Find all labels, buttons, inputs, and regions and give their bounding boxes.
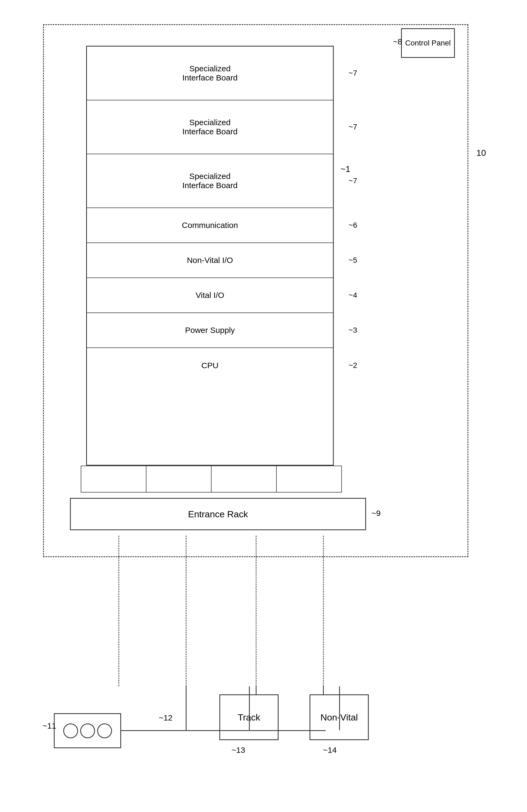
slot-sib2-label: SpecializedInterface Board <box>182 118 237 136</box>
ref-7c: ~7 <box>349 176 357 185</box>
vert-line-track <box>249 686 250 730</box>
ref-11: ~11 <box>43 721 56 730</box>
slot-sib3-label: SpecializedInterface Board <box>182 172 237 190</box>
ref-2: ~2 <box>349 361 357 370</box>
entrance-rack-label: Entrance Rack <box>188 509 248 520</box>
slot-cpu: CPU ~2 <box>87 348 333 383</box>
connector-cell-3 <box>211 466 277 492</box>
control-panel-label: Control Panel <box>405 38 451 48</box>
ref-9: ~9 <box>371 509 381 518</box>
slot-comm-label: Communication <box>182 221 238 230</box>
slot-vio-label: Vital I/O <box>196 291 224 300</box>
ref-8: ~8 <box>393 37 402 46</box>
coil-component <box>54 713 121 748</box>
connector-cell-4 <box>277 466 341 492</box>
slot-nvio-label: Non-Vital I/O <box>187 256 233 265</box>
ref-7b: ~7 <box>349 123 357 131</box>
control-panel-box: Control Panel <box>401 28 455 58</box>
ref-7a: ~7 <box>349 69 357 77</box>
vert-line-nonvital-connector <box>323 686 324 694</box>
ref-6: ~6 <box>349 221 357 230</box>
diagram-container: 10 Control Panel ~8 SpecializedInterface… <box>27 13 498 794</box>
slot-ps: Power Supply ~3 <box>87 313 333 348</box>
entrance-rack-box: Entrance Rack <box>70 498 366 530</box>
dashed-line-2 <box>186 536 187 686</box>
slot-cpu-label: CPU <box>201 361 218 370</box>
connector-cell-1 <box>81 466 146 492</box>
ref-14: ~14 <box>323 745 337 755</box>
slot-comm: Communication ~6 <box>87 208 333 243</box>
dashed-line-1 <box>118 536 119 686</box>
slot-sib1: SpecializedInterface Board ~7 <box>87 46 333 100</box>
dashed-line-4 <box>323 536 324 686</box>
ref-3: ~3 <box>349 326 357 335</box>
ref-4: ~4 <box>349 291 357 300</box>
coil-circle-2 <box>80 723 95 738</box>
slot-sib1-label: SpecializedInterface Board <box>182 64 237 82</box>
main-rack: SpecializedInterface Board ~7 Specialize… <box>86 46 334 466</box>
ref-12: ~12 <box>159 713 173 722</box>
ref-13: ~13 <box>232 745 245 755</box>
slot-ps-label: Power Supply <box>185 326 235 335</box>
coil-circle-1 <box>63 723 78 738</box>
slot-sib3: SpecializedInterface Board ~7 <box>87 154 333 208</box>
vert-line-junction <box>186 686 187 730</box>
slot-sib2: SpecializedInterface Board ~7 <box>87 100 333 154</box>
connector-cell-2 <box>146 466 211 492</box>
dashed-line-3 <box>256 536 257 686</box>
horiz-line-full <box>186 730 326 731</box>
ref-1: ~1 <box>340 164 350 174</box>
label-10: 10 <box>477 148 486 158</box>
slot-nvio: Non-Vital I/O ~5 <box>87 243 333 278</box>
vert-line-track-connector <box>256 686 257 694</box>
coil-circle-3 <box>97 723 112 738</box>
vert-line-nonvital <box>339 686 340 730</box>
slot-vio: Vital I/O ~4 <box>87 278 333 313</box>
connector-base <box>81 466 342 493</box>
ref-5: ~5 <box>349 256 357 264</box>
